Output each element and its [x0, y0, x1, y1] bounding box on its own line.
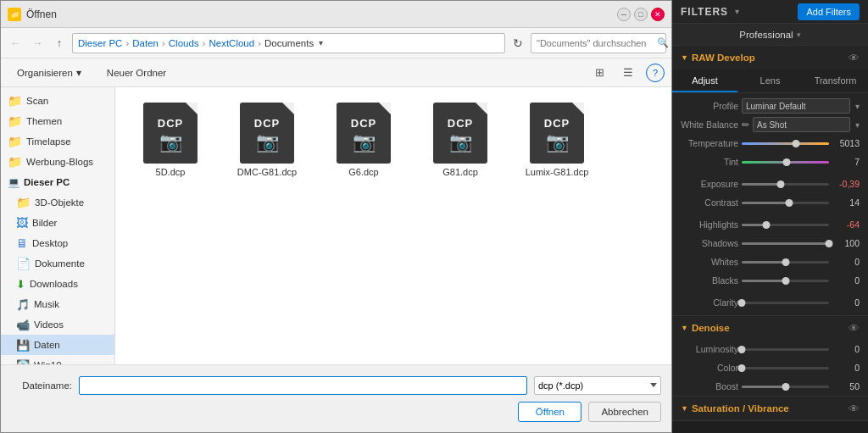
sidebar: 📁 Scan 📁 Themen 📁 Timelapse 📁 Werbung-Bl…: [1, 87, 115, 364]
saturation-visibility-icon[interactable]: 👁: [849, 402, 860, 415]
file-item[interactable]: DCP 📷 G81.dcp: [414, 96, 507, 180]
forward-button[interactable]: →: [28, 34, 47, 53]
new-folder-button[interactable]: Neuer Ordner: [97, 63, 175, 83]
add-filters-button[interactable]: Add Filters: [798, 3, 860, 20]
denoise-header[interactable]: ▼ Denoise 👁: [672, 316, 868, 340]
sidebar-item-daten[interactable]: 💾 Daten: [1, 335, 114, 355]
panel-mode-bar: Professional ▾: [672, 24, 868, 46]
profile-select[interactable]: Luminar Default: [742, 98, 850, 114]
settings-area: Profile Luminar Default ▾ White Balance …: [672, 93, 868, 315]
download-icon: ⬇: [16, 278, 25, 291]
sidebar-item-videos[interactable]: 📹 Videos: [1, 314, 114, 335]
contrast-slider[interactable]: [742, 202, 829, 204]
raw-develop-header[interactable]: ▼ RAW Develop 👁: [672, 46, 868, 69]
breadcrumb-dropdown[interactable]: ▾: [319, 38, 323, 47]
tab-transform[interactable]: Transform: [803, 69, 868, 92]
sidebar-item-werbung[interactable]: 📁 Werbung-Blogs: [1, 152, 114, 172]
tint-value: 7: [832, 157, 860, 167]
sidebar-item-themen[interactable]: 📁 Themen: [1, 111, 114, 131]
shadows-slider[interactable]: [742, 242, 829, 245]
bc-nextcloud[interactable]: NextCloud: [209, 38, 254, 48]
help-button[interactable]: ?: [646, 64, 665, 82]
bc-thispc[interactable]: Dieser PC: [78, 38, 122, 48]
main-area: 📁 Scan 📁 Themen 📁 Timelapse 📁 Werbung-Bl…: [1, 87, 671, 364]
denoise-visibility-icon[interactable]: 👁: [849, 322, 860, 335]
bc-daten[interactable]: Daten: [132, 38, 159, 48]
clarity-slider[interactable]: [742, 302, 829, 304]
temperature-slider[interactable]: [742, 142, 829, 145]
color-slider[interactable]: [742, 367, 829, 369]
tab-adjust[interactable]: Adjust: [672, 69, 737, 92]
tint-slider[interactable]: [742, 161, 829, 164]
view-toggle-button[interactable]: ⊞: [588, 63, 610, 83]
eyedropper-icon[interactable]: ✏: [742, 119, 749, 130]
action-row: Öffnen Abbrechen: [11, 402, 661, 422]
dialog-title: Öffnen: [26, 8, 612, 20]
refresh-button[interactable]: ↻: [509, 34, 527, 53]
cancel-button[interactable]: Abbrechen: [588, 402, 661, 422]
highlights-label: Highlights: [681, 219, 738, 230]
bc-clouds[interactable]: Clouds: [169, 38, 199, 48]
tab-lens[interactable]: Lens: [737, 69, 803, 92]
file-thumbnail: DCP 📷: [233, 103, 301, 164]
blacks-row: Blacks 0: [672, 271, 868, 290]
highlights-slider[interactable]: [742, 224, 829, 226]
sidebar-item-desktop[interactable]: 🖥 Desktop: [1, 233, 114, 253]
whites-slider[interactable]: [742, 261, 829, 264]
dcp-page: DCP 📷: [143, 103, 198, 164]
sidebar-item-musik[interactable]: 🎵 Musik: [1, 294, 114, 314]
file-thumbnail: DCP 📷: [136, 103, 204, 164]
luminosity-slider[interactable]: [742, 348, 829, 351]
slider-thumb: [792, 140, 799, 147]
close-button[interactable]: ✕: [651, 8, 665, 21]
panel-header: FILTERS ▾ Add Filters: [672, 0, 868, 24]
filetype-select[interactable]: dcp (*.dcp): [534, 376, 661, 395]
boost-label: Boost: [681, 381, 738, 391]
file-thumbnail: DCP 📷: [330, 103, 398, 164]
visibility-icon[interactable]: 👁: [849, 52, 860, 64]
dcp-page: DCP 📷: [530, 103, 584, 164]
panel-title: FILTERS: [681, 6, 728, 18]
filters-dropdown-icon[interactable]: ▾: [735, 7, 739, 16]
file-item[interactable]: DCP 📷 Lumix-G81.dcp: [510, 96, 604, 180]
raw-develop-title: RAW Develop: [692, 53, 755, 63]
clarity-row: Clarity 0: [672, 293, 868, 312]
file-item[interactable]: DCP 📷 G6.dcp: [317, 96, 410, 180]
wb-select[interactable]: As Shot: [753, 117, 850, 132]
search-input[interactable]: [537, 38, 654, 48]
shadows-value: 100: [832, 238, 860, 248]
contrast-value: 14: [832, 197, 860, 208]
filename-input[interactable]: [79, 376, 527, 395]
view-list-button[interactable]: ☰: [617, 63, 639, 83]
blacks-slider[interactable]: [742, 280, 829, 282]
sidebar-item-3dobjects[interactable]: 📁 3D-Objekte: [1, 192, 114, 213]
breadcrumb: Dieser PC › Daten › Clouds › NextCloud ›…: [72, 33, 505, 53]
filename-label: Dateiname:: [11, 380, 72, 391]
boost-slider[interactable]: [742, 386, 829, 388]
maximize-button[interactable]: □: [634, 8, 648, 21]
saturation-section: ▼ Saturation / Vibrance 👁: [672, 397, 868, 421]
sidebar-item-dokumente[interactable]: 📄 Dokumente: [1, 253, 114, 274]
open-button[interactable]: Öffnen: [518, 402, 581, 422]
profile-row: Profile Luminar Default ▾: [672, 97, 868, 115]
saturation-header[interactable]: ▼ Saturation / Vibrance 👁: [672, 397, 868, 420]
sidebar-item-scan[interactable]: 📁 Scan: [1, 91, 114, 111]
mode-dropdown-icon[interactable]: ▾: [797, 31, 801, 39]
file-item[interactable]: DCP 📷 5D.dcp: [124, 96, 217, 180]
video-icon: 📹: [16, 319, 30, 331]
dcp-page: DCP 📷: [433, 103, 487, 164]
sidebar-item-downloads[interactable]: ⬇ Downloads: [1, 274, 114, 294]
organize-button[interactable]: Organisieren ▾: [8, 63, 91, 83]
tab-bar: Adjust Lens Transform: [672, 69, 868, 93]
minimize-button[interactable]: ─: [617, 8, 631, 21]
file-thumbnail: DCP 📷: [523, 103, 591, 164]
sidebar-item-bilder[interactable]: 🖼 Bilder: [1, 213, 114, 233]
sidebar-item-win10[interactable]: 💽 Win10: [1, 355, 114, 364]
sidebar-item-timelapse[interactable]: 📁 Timelapse: [1, 131, 114, 152]
file-item[interactable]: DCP 📷 DMC-G81.dcp: [220, 96, 314, 180]
back-button[interactable]: ←: [6, 34, 25, 53]
sidebar-item-thispc[interactable]: 💻 Dieser PC: [1, 172, 114, 192]
up-button[interactable]: ↑: [50, 34, 69, 53]
exposure-slider[interactable]: [742, 183, 829, 186]
toolbar: Organisieren ▾ Neuer Ordner ⊞ ☰ ?: [1, 58, 671, 87]
